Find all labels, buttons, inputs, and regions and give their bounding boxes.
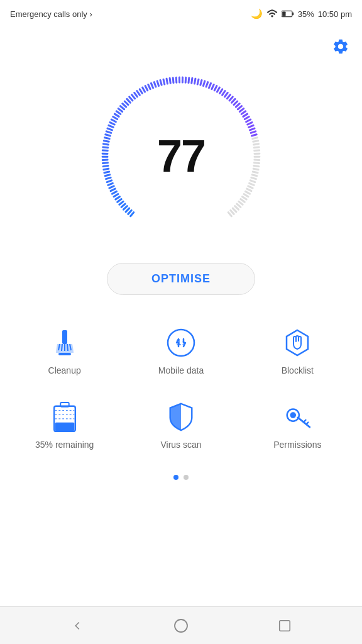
svg-line-22	[244, 194, 248, 197]
svg-line-40	[112, 191, 116, 194]
svg-line-86	[167, 79, 167, 84]
svg-line-56	[103, 144, 108, 145]
score-circle: 77	[93, 68, 269, 244]
svg-line-43	[108, 183, 112, 185]
svg-line-115	[243, 114, 248, 116]
svg-line-80	[148, 84, 150, 89]
back-button[interactable]	[65, 613, 90, 638]
svg-line-64	[111, 119, 116, 122]
battery-icon	[282, 10, 294, 18]
svg-line-83	[157, 81, 158, 86]
svg-line-11	[255, 163, 260, 164]
svg-line-12	[254, 166, 259, 167]
mobile-data-item[interactable]: 1↕ Mobile data	[123, 314, 239, 388]
svg-line-87	[170, 78, 170, 83]
svg-line-77	[140, 89, 142, 94]
recent-icon	[278, 619, 292, 633]
svg-line-140	[304, 420, 306, 422]
svg-line-33	[126, 208, 129, 212]
status-right: 🌙 35% 10:50 pm	[251, 8, 352, 19]
home-icon	[173, 618, 189, 633]
back-icon	[70, 619, 84, 633]
home-button[interactable]	[168, 613, 194, 638]
cleanup-icon	[48, 326, 81, 359]
permissions-item[interactable]: Permissions	[239, 388, 356, 462]
svg-line-23	[243, 197, 247, 199]
bottom-nav	[0, 606, 362, 644]
svg-line-106	[225, 92, 228, 96]
svg-line-54	[102, 150, 107, 151]
svg-line-21	[246, 191, 250, 194]
feature-grid: Cleanup 1↕ Mobile data	[0, 314, 362, 462]
svg-line-101	[212, 84, 214, 89]
svg-line-109	[232, 99, 236, 103]
gear-icon	[332, 38, 349, 55]
svg-line-6	[254, 147, 259, 148]
optimise-button[interactable]: OPTIMISE	[107, 263, 255, 295]
svg-line-57	[104, 141, 109, 142]
svg-line-93	[189, 78, 189, 83]
battery-item[interactable]: 35% remaining	[6, 388, 123, 462]
svg-line-58	[104, 138, 109, 139]
svg-line-98	[203, 81, 204, 86]
svg-line-55	[103, 147, 108, 148]
svg-line-94	[192, 78, 192, 83]
svg-line-121	[251, 131, 256, 133]
svg-line-18	[250, 183, 254, 185]
svg-line-119	[249, 125, 253, 127]
svg-line-28	[233, 208, 236, 212]
svg-line-62	[109, 125, 113, 127]
svg-line-68	[118, 109, 122, 112]
indicator-0	[173, 475, 178, 480]
svg-line-141	[307, 423, 309, 425]
svg-line-32	[128, 210, 131, 214]
svg-line-74	[132, 95, 135, 99]
svg-line-27	[235, 206, 239, 209]
svg-line-79	[145, 86, 148, 91]
svg-point-143	[175, 619, 187, 632]
svg-line-128	[67, 344, 68, 351]
svg-line-24	[241, 199, 244, 203]
svg-line-17	[250, 180, 255, 182]
main-content: 77 OPTIMISE Cleanup	[0, 28, 362, 606]
svg-line-102	[214, 86, 217, 91]
svg-line-99	[206, 82, 208, 87]
svg-line-110	[234, 101, 238, 105]
settings-button[interactable]	[332, 38, 349, 58]
svg-line-88	[173, 78, 173, 83]
svg-line-117	[246, 119, 251, 122]
svg-line-82	[154, 82, 156, 87]
blocklist-item[interactable]: Blocklist	[239, 314, 356, 388]
recent-button[interactable]	[272, 613, 297, 638]
cleanup-item[interactable]: Cleanup	[6, 314, 123, 388]
cleanup-label: Cleanup	[48, 365, 81, 375]
svg-line-34	[123, 206, 127, 209]
virus-scan-icon	[165, 401, 197, 433]
svg-line-37	[118, 199, 121, 203]
indicator-1	[184, 475, 189, 480]
svg-line-75	[134, 92, 138, 96]
svg-line-7	[255, 150, 260, 151]
svg-text:1↕: 1↕	[177, 337, 186, 347]
svg-line-15	[252, 175, 257, 176]
permissions-icon	[281, 401, 314, 433]
svg-line-29	[231, 210, 234, 214]
svg-line-49	[103, 166, 108, 167]
svg-line-19	[248, 186, 253, 188]
svg-line-81	[151, 83, 153, 87]
battery-label: 35% remaining	[35, 440, 94, 450]
svg-line-103	[217, 87, 219, 92]
svg-line-73	[129, 97, 133, 101]
virus-scan-item[interactable]: Virus scan	[123, 388, 239, 462]
svg-line-69	[120, 106, 124, 109]
wifi-icon	[266, 9, 278, 18]
svg-rect-124	[58, 353, 71, 355]
svg-line-38	[116, 197, 120, 199]
svg-line-113	[239, 109, 243, 112]
svg-line-48	[104, 169, 109, 169]
svg-line-4	[253, 141, 258, 142]
settings-row	[0, 34, 362, 62]
battery-item-icon	[48, 401, 81, 433]
svg-line-72	[127, 99, 131, 103]
mobile-data-label: Mobile data	[158, 365, 204, 375]
